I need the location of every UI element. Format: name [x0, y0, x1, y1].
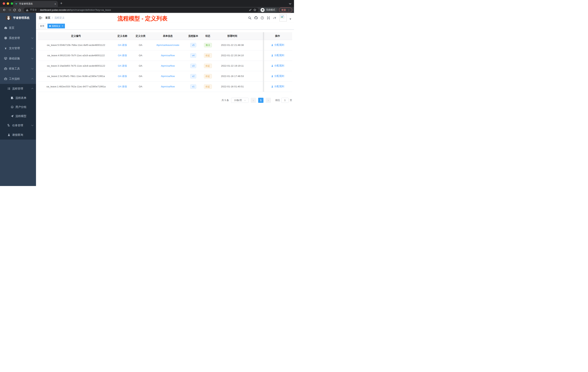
github-icon[interactable] — [254, 16, 258, 20]
definition-name-link[interactable]: OA 请假 — [118, 85, 127, 88]
status-cell: 激活 — [201, 40, 214, 50]
status-cell: 挂起 — [201, 50, 214, 61]
assign-rule-button[interactable]: 分配规则 — [271, 64, 284, 67]
user-group-icon — [10, 106, 14, 109]
sidebar-item-流程模型[interactable]: 流程模型 — [0, 111, 36, 121]
sidebar-item-用户分组[interactable]: 用户分组 — [0, 102, 36, 111]
new-tab-button[interactable]: + — [60, 1, 62, 5]
column-header-部署时间: 部署时间 — [214, 32, 251, 40]
browser-tab[interactable]: 芋道管理系统 × — [13, 1, 58, 7]
sidebar-item-流程管理[interactable]: 流程管理 — [0, 84, 36, 93]
sidebar-item-研发工具[interactable]: 研发工具 — [0, 64, 36, 74]
form-info-link[interactable]: /bpm/oa/flow — [161, 54, 175, 57]
sidebar-item-请假查询[interactable]: 请假查询 — [0, 130, 36, 140]
forward-button[interactable] — [7, 8, 12, 12]
tab-search-chevron-icon[interactable] — [289, 2, 291, 5]
deploy-time-cell: 2022-01-22 19:19:11 — [214, 61, 251, 71]
definition-id-cell: oa_leave:1:482ec033-762a-11ec-8477-a2380… — [38, 81, 114, 92]
definition-name-link[interactable]: OA 请假 — [118, 65, 127, 67]
sidebar-item-label: 支付管理 — [9, 47, 20, 50]
form-icon — [10, 97, 14, 99]
definition-name-link[interactable]: OA 请假 — [118, 54, 127, 57]
reload-button[interactable] — [12, 8, 17, 12]
key-icon[interactable] — [249, 9, 252, 11]
process-version-cell: v2 — [185, 71, 201, 81]
help-icon[interactable]: ? — [261, 16, 264, 20]
sidebar-logo[interactable]: 芋道管理系统 — [0, 13, 36, 23]
back-button[interactable] — [2, 8, 7, 12]
form-info-link[interactable]: /bpm/oa/flow — [161, 65, 175, 67]
next-page-button[interactable]: › — [266, 98, 271, 103]
assign-rule-button[interactable]: 分配规则 — [271, 75, 284, 78]
form-info-cell: /bpm/oa/flow — [151, 81, 185, 92]
sidebar-toggle-hamburger-icon[interactable] — [39, 16, 42, 20]
avatar-dropdown-caret-icon[interactable] — [289, 19, 291, 20]
security-label[interactable]: 不安全 — [30, 8, 37, 11]
address-bar[interactable]: 不安全 dashboard.yudao.iocoder.cn/bpm/manag… — [24, 8, 259, 12]
assign-rule-button[interactable]: 分配规则 — [271, 54, 284, 57]
font-size-icon[interactable]: TT — [273, 16, 277, 20]
process-version-cell: v1 — [185, 81, 201, 92]
bookmark-star-icon[interactable] — [253, 8, 256, 11]
tag-首页[interactable]: 首页 — [38, 24, 46, 28]
sidebar-item-基础设施[interactable]: 基础设施 — [0, 53, 36, 64]
url-text[interactable]: dashboard.yudao.iocoder.cn/bpm/manager/d… — [40, 9, 248, 11]
close-window-button[interactable] — [3, 2, 5, 5]
assign-rule-button[interactable]: 分配规则 — [271, 43, 284, 47]
update-browser-button[interactable]: 更新 ⋮ — [279, 8, 292, 12]
definition-name-cell: OA 请假 — [114, 81, 131, 92]
table-row: oa_leave:5:004b710b-7b8a-11ec-8ef0-acde4… — [38, 40, 292, 50]
version-badge: v3 — [190, 64, 196, 68]
chevron-down-icon — [31, 124, 33, 126]
filler-cell — [251, 40, 263, 50]
tag-流程定义[interactable]: 流程定义× — [47, 24, 65, 28]
warning-icon[interactable] — [26, 9, 29, 11]
toolbox-icon — [4, 67, 7, 70]
definition-category-cell: OA — [131, 61, 151, 71]
status-cell: 挂起 — [201, 81, 214, 92]
minimize-window-button[interactable] — [7, 2, 9, 5]
page-number-button[interactable]: 1 — [258, 98, 263, 103]
window-controls[interactable] — [3, 2, 13, 5]
definition-name-link[interactable]: OA 请假 — [118, 44, 127, 46]
zoom-window-button[interactable] — [11, 2, 13, 5]
version-badge: v2 — [190, 74, 196, 78]
chevron-down-icon — [31, 47, 33, 49]
tag-close-icon[interactable]: × — [62, 25, 63, 27]
sidebar-item-支付管理[interactable]: ¥支付管理 — [0, 43, 36, 53]
form-info-link[interactable]: /bpm/oa/leave/create — [156, 44, 179, 46]
tags-view-bar: 首页流程定义× — [36, 23, 294, 30]
page-size-select[interactable]: 10条/页 — [231, 98, 249, 103]
form-info-cell: /bpm/oa/flow — [151, 71, 185, 81]
chevron-down-icon — [31, 57, 33, 59]
definition-category-cell: OA — [131, 40, 151, 50]
sidebar-item-工作流程[interactable]: 工作流程 — [0, 74, 36, 84]
definition-id-cell: oa_leave:2:3c1f0ef1-76b1-11ec-9c66-a2380… — [38, 71, 114, 81]
fullscreen-icon[interactable] — [267, 16, 270, 20]
search-icon[interactable] — [248, 16, 252, 20]
sidebar-item-流程表单[interactable]: 流程表单 — [0, 93, 36, 102]
home-button[interactable] — [17, 8, 22, 12]
sidebar-item-首页[interactable]: 首页 — [0, 23, 36, 33]
assign-rule-label: 分配规则 — [274, 54, 284, 57]
browser-menu-icon[interactable]: ⋮ — [287, 9, 290, 11]
filler-cell — [251, 50, 263, 61]
definition-name-link[interactable]: OA 请假 — [118, 75, 127, 77]
goto-page-input[interactable] — [281, 98, 289, 103]
definition-id-cell: oa_leave:5:004b710b-7b8a-11ec-8ef0-acde4… — [38, 40, 114, 50]
form-info-link[interactable]: /bpm/oa/flow — [161, 85, 175, 88]
avatar[interactable] — [279, 14, 287, 22]
prev-page-button[interactable]: ‹ — [251, 98, 256, 103]
breadcrumb-item[interactable]: 首页 — [45, 16, 50, 20]
column-header-定义编号: 定义编号 — [38, 32, 114, 40]
gear-icon — [4, 37, 7, 40]
version-badge: v1 — [190, 85, 196, 89]
sidebar-item-系统管理[interactable]: 系统管理 — [0, 33, 36, 43]
tab-close-icon[interactable]: × — [54, 3, 56, 5]
form-info-link[interactable]: /bpm/oa/flow — [161, 75, 175, 77]
assign-rule-button[interactable]: 分配规则 — [271, 85, 284, 88]
column-header-定义名称: 定义名称 — [114, 32, 131, 40]
sidebar-item-任务管理[interactable]: 任务管理 — [0, 121, 36, 130]
definition-name-cell: OA 请假 — [114, 71, 131, 81]
table-header-row: 定义编号定义名称定义分类表单信息流程版本状态部署时间操作 — [38, 32, 292, 40]
